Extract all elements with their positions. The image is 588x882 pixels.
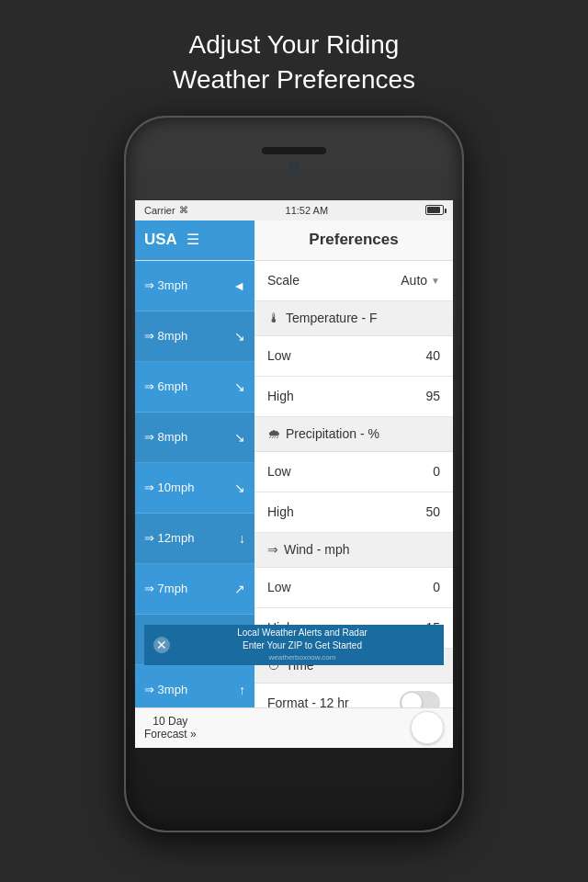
thermometer-icon: 🌡 xyxy=(267,311,280,325)
wind-row: ⇒ 12mph ↓ xyxy=(135,514,254,564)
wind-arrow-4: ↘ xyxy=(234,430,245,445)
nav-left-title: USA xyxy=(144,231,177,249)
wind-row: ⇒ 7mph ↗ xyxy=(135,564,254,615)
wind-arrow-1: ◄ xyxy=(232,278,245,293)
wind-section-label: Wind - mph xyxy=(284,542,350,557)
wind-row: ⇒ 3mph ◄ xyxy=(135,261,254,311)
ad-bar[interactable]: ✕ Local Weather Alerts and Radar Enter Y… xyxy=(144,625,444,665)
dropdown-icon: ▼ xyxy=(431,276,440,286)
wind-speed-5: ⇒ 10mph xyxy=(144,481,229,494)
wind-low-row[interactable]: Low 0 xyxy=(254,568,453,608)
format-row[interactable]: Format - 12 hr xyxy=(254,684,453,707)
wind-speed-7: ⇒ 7mph xyxy=(144,582,229,595)
format-label: Format - 12 hr xyxy=(267,695,349,707)
phone-speaker xyxy=(262,147,326,154)
precipitation-section-header: 🌧 Precipitation - % xyxy=(254,417,453,452)
wind-speed-2: ⇒ 8mph xyxy=(144,329,229,343)
wind-arrow-3: ↘ xyxy=(234,379,245,394)
phone-wrapper: Carrier ⌘ 11:52 AM USA ☰ Preferences xyxy=(124,116,464,832)
wind-low-label: Low xyxy=(267,580,291,594)
precip-high-value: 50 xyxy=(425,504,440,519)
home-button[interactable] xyxy=(411,711,444,744)
wind-speed-3: ⇒ 6mph xyxy=(144,379,229,393)
wifi-icon: ⌘ xyxy=(179,205,188,215)
temp-low-row[interactable]: Low 40 xyxy=(254,336,453,377)
bottom-bar: 10 Day Forecast » xyxy=(135,707,453,748)
scale-label: Scale xyxy=(267,273,300,288)
wind-speed-1: ⇒ 3mph xyxy=(144,278,227,292)
forecast-button[interactable]: 10 Day Forecast » xyxy=(144,715,197,741)
ad-text-line1: Local Weather Alerts and Radar xyxy=(170,627,435,639)
precip-low-row[interactable]: Low 0 xyxy=(254,452,453,492)
precipitation-section-label: Precipitation - % xyxy=(286,426,379,441)
wind-section-header: ⇒ Wind - mph xyxy=(254,533,453,568)
temp-low-value: 40 xyxy=(425,348,440,363)
scale-value[interactable]: Auto ▼ xyxy=(401,273,440,288)
wind-icon: ⇒ xyxy=(267,542,278,557)
scale-row[interactable]: Scale Auto ▼ xyxy=(254,261,453,301)
wind-row: ⇒ 8mph ↘ xyxy=(135,311,254,362)
battery-fill xyxy=(427,207,440,213)
wind-arrow-7: ↗ xyxy=(234,582,245,596)
wind-row: ⇒ 10mph ↘ xyxy=(135,463,254,514)
ad-close-button[interactable]: ✕ xyxy=(153,637,170,653)
status-time: 11:52 AM xyxy=(286,205,328,216)
precipitation-icon: 🌧 xyxy=(267,426,280,441)
wind-row: ⇒ 3mph ↑ xyxy=(135,665,254,707)
precip-low-value: 0 xyxy=(433,464,440,479)
precip-high-label: High xyxy=(267,504,294,519)
page-title: Adjust Your Riding Weather Preferences xyxy=(173,28,415,97)
wind-speed-4: ⇒ 8mph xyxy=(144,430,229,444)
wind-arrow-5: ↘ xyxy=(234,481,245,495)
temp-high-value: 95 xyxy=(425,389,440,403)
status-right xyxy=(425,205,444,215)
status-left: Carrier ⌘ xyxy=(144,205,188,216)
status-bar: Carrier ⌘ 11:52 AM xyxy=(135,200,453,220)
temp-low-label: Low xyxy=(267,348,291,363)
ad-text: Local Weather Alerts and Radar Enter You… xyxy=(170,627,435,662)
hamburger-icon[interactable]: ☰ xyxy=(187,232,199,247)
temp-high-row[interactable]: High 95 xyxy=(254,377,453,417)
wind-row: ⇒ 8mph ↘ xyxy=(135,413,254,463)
nav-bar: USA ☰ Preferences xyxy=(135,220,453,261)
temperature-section-header: 🌡 Temperature - F xyxy=(254,301,453,336)
wind-speed-9: ⇒ 3mph xyxy=(144,683,233,696)
wind-row: ⇒ 6mph ↘ xyxy=(135,362,254,413)
precip-high-row[interactable]: High 50 xyxy=(254,492,453,533)
ad-source: weatherboxnow.com xyxy=(170,652,435,662)
wind-arrow-2: ↘ xyxy=(234,329,245,344)
precip-low-label: Low xyxy=(267,464,291,479)
nav-title: Preferences xyxy=(309,231,398,249)
forecast-line1: 10 Day xyxy=(153,715,187,728)
wind-low-value: 0 xyxy=(433,580,440,594)
wind-speed-6: ⇒ 12mph xyxy=(144,531,233,545)
ad-text-line2: Enter Your ZIP to Get Started xyxy=(170,639,435,652)
phone-top-bar xyxy=(126,118,462,200)
phone-screen: Carrier ⌘ 11:52 AM USA ☰ Preferences xyxy=(135,200,453,748)
nav-left: USA ☰ xyxy=(135,220,254,260)
forecast-line2: Forecast » xyxy=(144,728,197,741)
carrier-label: Carrier xyxy=(144,205,175,216)
battery-icon xyxy=(425,205,444,215)
temp-high-label: High xyxy=(267,389,294,403)
wind-arrow-6: ↓ xyxy=(239,531,245,546)
nav-right: Preferences xyxy=(254,220,453,260)
format-toggle[interactable] xyxy=(400,691,440,707)
wind-arrow-9: ↑ xyxy=(239,683,245,697)
phone-shell: Carrier ⌘ 11:52 AM USA ☰ Preferences xyxy=(124,116,464,832)
phone-camera xyxy=(289,162,299,171)
temperature-section-label: Temperature - F xyxy=(286,311,378,325)
